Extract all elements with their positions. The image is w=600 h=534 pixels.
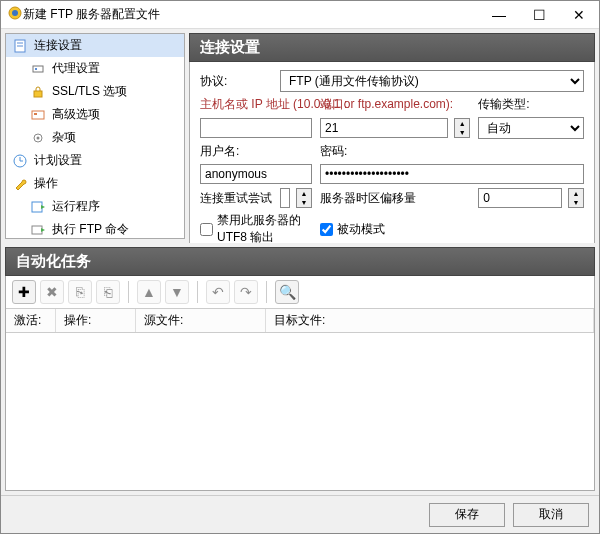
col-op[interactable]: 操作: — [56, 309, 136, 332]
maximize-button[interactable]: ☐ — [519, 1, 559, 29]
tz-input[interactable] — [478, 188, 562, 208]
transfer-label: 传输类型: — [478, 96, 584, 113]
port-input[interactable] — [320, 118, 448, 138]
sidebar-item-ftp-cmd[interactable]: 执行 FTP 命令 — [6, 218, 184, 239]
lock-icon — [30, 84, 46, 100]
sidebar-item-label: 运行程序 — [52, 198, 100, 215]
svg-rect-6 — [35, 68, 37, 70]
command-icon — [30, 222, 46, 238]
titlebar: 新建 FTP 服务器配置文件 — ☐ ✕ — [1, 1, 599, 29]
connection-panel: 协议: FTP (通用文件传输协议) 主机名或 IP 地址 (10.0.0.1 … — [189, 62, 595, 243]
column-headers: 激活: 操作: 源文件: 目标文件: — [6, 309, 594, 333]
gear-icon — [30, 130, 46, 146]
user-label: 用户名: — [200, 143, 312, 160]
automation-header: 自动化任务 — [5, 247, 595, 276]
transfer-select[interactable]: 自动 — [478, 117, 584, 139]
play-icon — [30, 199, 46, 215]
automation-panel: ✚ ✖ ⎘ ⎗ ▲ ▼ ↶ ↷ 🔍 激活: 操作: 源文件: 目标文件: — [5, 276, 595, 491]
app-icon — [7, 5, 23, 24]
section-header: 连接设置 — [189, 33, 595, 62]
col-active[interactable]: 激活: — [6, 309, 56, 332]
close-button[interactable]: ✕ — [559, 1, 599, 29]
separator-icon — [266, 281, 267, 303]
retry-spinner[interactable]: ▲▼ — [296, 188, 312, 208]
search-button[interactable]: 🔍 — [275, 280, 299, 304]
svg-point-1 — [12, 10, 18, 16]
sidebar-item-connection[interactable]: 连接设置 — [6, 34, 184, 57]
tools-icon — [30, 107, 46, 123]
svg-rect-7 — [34, 91, 42, 97]
sidebar-item-label: 连接设置 — [34, 37, 82, 54]
separator-icon — [197, 281, 198, 303]
host-input[interactable] — [200, 118, 312, 138]
cancel-button[interactable]: 取消 — [513, 503, 589, 527]
footer: 保存 取消 — [1, 495, 599, 533]
retry-label: 连接重试尝试 — [200, 190, 272, 207]
sidebar-item-label: 执行 FTP 命令 — [52, 221, 129, 238]
sidebar-item-misc[interactable]: 杂项 — [6, 126, 184, 149]
svg-rect-8 — [32, 111, 44, 119]
port-label: 端口: — [320, 96, 405, 113]
tz-label: 服务器时区偏移量 — [320, 190, 470, 207]
host-label: 主机名或 IP 地址 (10.0.0.1 or ftp.example.com)… — [200, 96, 312, 113]
sidebar-item-operations[interactable]: 操作 — [6, 172, 184, 195]
sidebar-item-schedule[interactable]: 计划设置 — [6, 149, 184, 172]
passive-checkbox[interactable]: 被动模式 — [320, 221, 584, 238]
wrench-icon — [12, 176, 28, 192]
up-button[interactable]: ▲ — [137, 280, 161, 304]
separator-icon — [128, 281, 129, 303]
port-spinner[interactable]: ▲▼ — [454, 118, 470, 138]
svg-rect-9 — [34, 113, 37, 115]
svg-rect-17 — [32, 226, 42, 234]
svg-rect-15 — [32, 202, 42, 212]
svg-marker-16 — [41, 205, 45, 209]
redo-button[interactable]: ↷ — [234, 280, 258, 304]
copy-button[interactable]: ⎘ — [68, 280, 92, 304]
task-list[interactable] — [6, 333, 594, 490]
utf8-checkbox[interactable]: 禁用此服务器的 UTF8 输出 — [200, 212, 312, 243]
sidebar-item-advanced[interactable]: 高级选项 — [6, 103, 184, 126]
settings-icon — [30, 61, 46, 77]
down-button[interactable]: ▼ — [165, 280, 189, 304]
document-icon — [12, 38, 28, 54]
window-title: 新建 FTP 服务器配置文件 — [23, 6, 479, 23]
sidebar-item-proxy[interactable]: 代理设置 — [6, 57, 184, 80]
sidebar-item-label: 高级选项 — [52, 106, 100, 123]
sidebar-item-run[interactable]: 运行程序 — [6, 195, 184, 218]
protocol-select[interactable]: FTP (通用文件传输协议) — [280, 70, 584, 92]
svg-point-11 — [37, 136, 40, 139]
sidebar-item-label: 计划设置 — [34, 152, 82, 169]
protocol-label: 协议: — [200, 73, 272, 90]
col-dst[interactable]: 目标文件: — [266, 309, 594, 332]
col-src[interactable]: 源文件: — [136, 309, 266, 332]
pass-input[interactable] — [320, 164, 584, 184]
tz-spinner[interactable]: ▲▼ — [568, 188, 584, 208]
toolbar: ✚ ✖ ⎘ ⎗ ▲ ▼ ↶ ↷ 🔍 — [6, 276, 594, 309]
sidebar: 连接设置 代理设置 SSL/TLS 选项 高级选项 杂项 计划设置 操作 运行 — [5, 33, 185, 239]
user-input[interactable] — [200, 164, 312, 184]
paste-button[interactable]: ⎗ — [96, 280, 120, 304]
sidebar-item-label: 杂项 — [52, 129, 76, 146]
sidebar-item-label: 操作 — [34, 175, 58, 192]
svg-rect-5 — [33, 66, 43, 72]
remove-button[interactable]: ✖ — [40, 280, 64, 304]
pass-label: 密码: — [320, 143, 584, 160]
sidebar-item-label: SSL/TLS 选项 — [52, 83, 127, 100]
sidebar-item-ssl[interactable]: SSL/TLS 选项 — [6, 80, 184, 103]
add-button[interactable]: ✚ — [12, 280, 36, 304]
undo-button[interactable]: ↶ — [206, 280, 230, 304]
svg-marker-18 — [41, 228, 45, 232]
sidebar-item-label: 代理设置 — [52, 60, 100, 77]
minimize-button[interactable]: — — [479, 1, 519, 29]
save-button[interactable]: 保存 — [429, 503, 505, 527]
retry-input[interactable] — [280, 188, 290, 208]
clock-icon — [12, 153, 28, 169]
